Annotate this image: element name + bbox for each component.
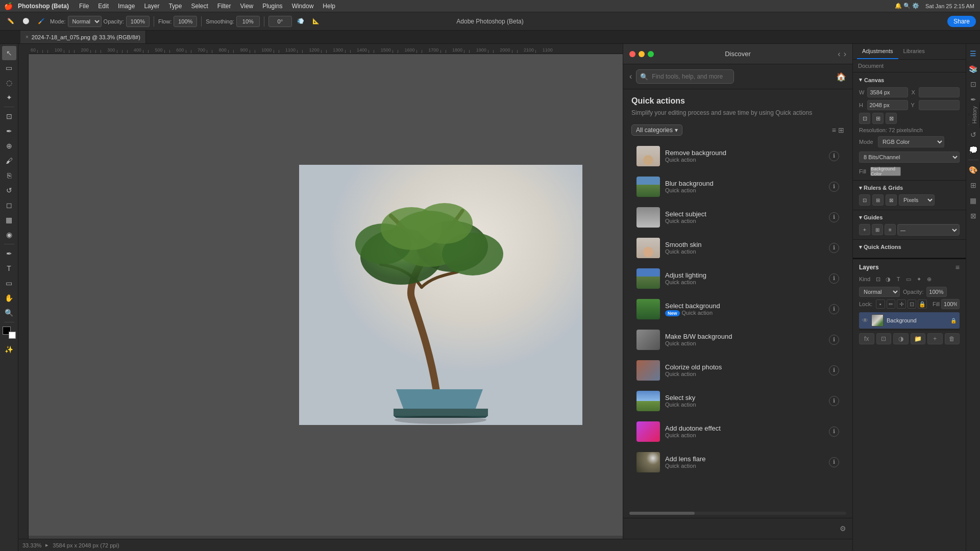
y-input[interactable] <box>919 100 960 110</box>
background-color[interactable] <box>9 332 16 339</box>
document-label[interactable]: Document <box>858 63 961 69</box>
align-tr-icon[interactable]: ⊠ <box>886 113 897 124</box>
guide-style-select[interactable]: — <box>898 224 959 236</box>
brush-tool[interactable]: 🖌 <box>2 154 16 168</box>
blend-mode-select[interactable]: Normal <box>859 287 900 297</box>
layer-vis-icon[interactable]: 👁 <box>862 317 868 324</box>
fx-btn[interactable]: fx <box>859 333 874 344</box>
settings-gear-icon[interactable]: ⚙ <box>838 522 848 535</box>
layers-menu-btn[interactable]: ≡ <box>955 263 960 271</box>
info-btn-8[interactable]: ℹ <box>829 396 839 406</box>
lock-all-icon[interactable]: 🔒 <box>918 299 927 309</box>
align-tc-icon[interactable]: ⊞ <box>872 113 884 124</box>
rg-icon3[interactable]: ⊠ <box>886 194 897 206</box>
libraries-panel-btn[interactable]: 📚 <box>968 63 979 74</box>
action-make-bw-background[interactable]: Make B/W background Quick action ℹ <box>631 325 844 354</box>
canvas-section-header[interactable]: ▾ Canvas <box>859 77 960 83</box>
spot-heal-tool[interactable]: ⊕ <box>2 139 16 153</box>
menu-select[interactable]: Select <box>187 2 212 11</box>
add-mask-btn[interactable]: ⊡ <box>876 333 892 344</box>
filter-select[interactable]: All categories ▾ <box>631 124 682 136</box>
action-smooth-skin[interactable]: Smooth skin Quick action ℹ <box>631 234 844 262</box>
tab-close-btn[interactable]: × <box>26 34 29 40</box>
crop-tool[interactable]: ⊡ <box>2 109 16 123</box>
gradient-tool[interactable]: ▦ <box>2 213 16 227</box>
height-input[interactable] <box>867 100 908 110</box>
units-select[interactable]: Pixels <box>899 194 935 206</box>
quick-select-tool[interactable]: ✦ <box>2 90 16 105</box>
airbrush-btn[interactable]: 💨 <box>294 17 307 26</box>
layer-row-background[interactable]: 👁 Background 🔒 <box>859 312 960 329</box>
opacity-val-input[interactable] <box>926 287 947 297</box>
action-remove-background[interactable]: Remove background Quick action ℹ <box>631 142 844 170</box>
neural-filters[interactable]: ✨ <box>2 342 16 357</box>
lock-transparency-icon[interactable]: ▪ <box>876 299 885 309</box>
info-btn-0[interactable]: ℹ <box>829 151 839 161</box>
smoothing-input[interactable] <box>236 16 260 27</box>
clone-tool[interactable]: ⎘ <box>2 168 16 183</box>
comments-panel-btn[interactable]: 💭 <box>968 144 979 156</box>
zoom-tool[interactable]: 🔍 <box>2 306 16 320</box>
marquee-tool[interactable]: ▭ <box>2 61 16 75</box>
tab-adjustments[interactable]: Adjustments <box>857 44 898 59</box>
swatches-panel-btn[interactable]: ⊞ <box>968 180 979 191</box>
brush-tool-btn[interactable]: ✏️ <box>4 17 17 26</box>
add-adj-btn[interactable]: ◑ <box>893 333 909 344</box>
history-brush-tool[interactable]: ↺ <box>2 183 16 197</box>
color-panel-btn[interactable]: 🎨 <box>968 164 979 176</box>
type-tool[interactable]: T <box>2 261 16 276</box>
list-view-icon[interactable]: ≡ <box>832 126 836 134</box>
opacity-input[interactable] <box>126 16 150 27</box>
blur-tool[interactable]: ◉ <box>2 228 16 242</box>
patterns-panel-btn[interactable]: ⊠ <box>968 210 979 221</box>
menu-layer[interactable]: Layer <box>140 2 163 11</box>
fill-val-input[interactable] <box>941 299 960 309</box>
delete-layer-btn[interactable]: 🗑 <box>945 333 960 344</box>
lock-artboard-icon[interactable]: ⊡ <box>908 299 917 309</box>
mode-select[interactable]: Normal <box>68 16 102 27</box>
menu-image[interactable]: Image <box>114 2 139 11</box>
flow-input[interactable] <box>174 16 197 27</box>
lock-paint-icon[interactable]: ✏ <box>887 299 896 309</box>
width-input[interactable] <box>867 87 908 97</box>
add-layer-btn[interactable]: + <box>927 333 943 344</box>
minimize-dot[interactable] <box>639 51 645 57</box>
grid-view-icon[interactable]: ⊞ <box>838 126 844 134</box>
action-select-background[interactable]: Select background NewQuick action ℹ <box>631 295 844 323</box>
nav-fwd-icon[interactable]: › <box>844 49 846 59</box>
action-select-subject[interactable]: Select subject Quick action ℹ <box>631 203 844 232</box>
menu-plugins[interactable]: Plugins <box>258 2 286 11</box>
tab-libraries[interactable]: Libraries <box>898 44 930 59</box>
color-mode-select[interactable]: RGB Color <box>878 136 944 147</box>
filter-type-icon[interactable]: T <box>894 274 903 284</box>
info-btn-4[interactable]: ℹ <box>829 273 839 284</box>
action-colorize[interactable]: Colorize old photos Quick action ℹ <box>631 356 844 385</box>
color-swatches[interactable] <box>3 327 16 339</box>
action-adjust-lighting[interactable]: Adjust lighting Quick action ℹ <box>631 264 844 293</box>
pressure-btn[interactable]: 📐 <box>309 17 323 26</box>
guide-icon1[interactable]: + <box>859 224 870 235</box>
lock-position-icon[interactable]: ✛ <box>897 299 906 309</box>
action-duotone[interactable]: Add duotone effect Quick action ℹ <box>631 417 844 446</box>
action-lens-flare[interactable]: Add lens flare Quick action ℹ <box>631 448 844 477</box>
hand-tool[interactable]: ✋ <box>2 291 16 305</box>
adjustments-panel-btn[interactable]: ☰ <box>968 48 979 59</box>
move-tool[interactable]: ↖ <box>2 46 16 60</box>
filter-smart-icon[interactable]: ✦ <box>914 274 923 284</box>
info-btn-9[interactable]: ℹ <box>829 427 839 437</box>
filter-adjust-icon[interactable]: ◑ <box>884 274 893 284</box>
guide-icon3[interactable]: ≡ <box>885 224 896 235</box>
info-btn-2[interactable]: ℹ <box>829 212 839 222</box>
discover-search-input[interactable] <box>636 69 734 84</box>
menu-window[interactable]: Window <box>288 2 318 11</box>
apple-menu[interactable]: 🍎 <box>4 2 13 10</box>
filter-pixel-icon[interactable]: ⊡ <box>873 274 883 284</box>
eyedropper-tool[interactable]: ✒ <box>2 124 16 138</box>
close-dot[interactable] <box>629 51 635 57</box>
history-panel-btn[interactable]: ↺ <box>968 129 979 140</box>
info-btn-5[interactable]: ℹ <box>829 304 839 314</box>
menu-view[interactable]: View <box>236 2 257 11</box>
filter-more-icon[interactable]: ⊕ <box>924 274 934 284</box>
document-tab[interactable]: × 2024-7-18_art_075.png @ 33.3% (RGB/8#) <box>20 31 146 43</box>
menu-help[interactable]: Help <box>318 2 339 11</box>
